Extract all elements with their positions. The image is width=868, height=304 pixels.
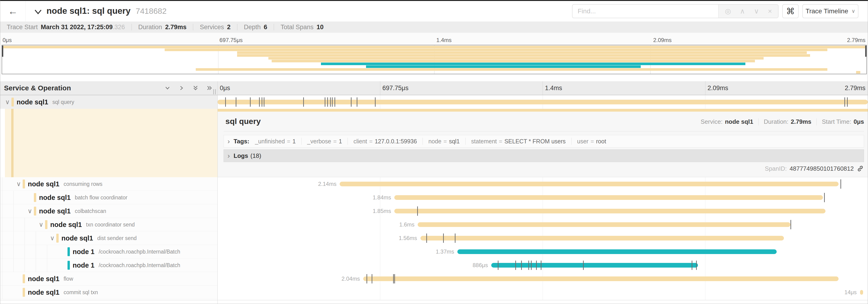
span-bar-row[interactable] bbox=[217, 95, 868, 109]
indent-guide bbox=[2, 272, 2, 285]
tree-row[interactable]: node sql1batch flow coordinator bbox=[0, 191, 217, 204]
log-tick bbox=[531, 261, 532, 270]
span-bar-row[interactable]: 1.84ms bbox=[217, 191, 868, 204]
tags-row[interactable]: › Tags: _unfinished=1_verbose=1client=12… bbox=[223, 135, 864, 147]
chevron-down-icon[interactable]: ∨ bbox=[4, 95, 11, 109]
indent-guide bbox=[2, 231, 2, 245]
log-tick bbox=[303, 97, 304, 107]
chevron-right-icon[interactable] bbox=[178, 84, 185, 92]
logs-count: (18) bbox=[250, 152, 261, 160]
span-bar[interactable] bbox=[340, 182, 838, 186]
tree-row[interactable]: ∨node sql1txn coordinator send bbox=[0, 218, 217, 231]
minimap-span-bar bbox=[237, 52, 807, 54]
meta-value: 10 bbox=[316, 24, 323, 31]
panel-resize-grip[interactable] bbox=[213, 89, 216, 94]
log-tick bbox=[351, 97, 351, 107]
find-input[interactable] bbox=[572, 5, 718, 18]
span-bar-row[interactable]: 886μs bbox=[217, 259, 868, 272]
span-color-bar bbox=[67, 261, 70, 270]
panel-divider[interactable] bbox=[217, 81, 218, 304]
tree-controls bbox=[164, 81, 213, 95]
minimap-left-handle[interactable] bbox=[2, 45, 3, 57]
tree-row[interactable]: ∨node sql1colbatchscan bbox=[0, 204, 217, 218]
log-tick bbox=[264, 97, 265, 107]
ruler-tick-label: 2.09ms bbox=[708, 85, 728, 92]
tree-row[interactable]: node 1/cockroach.roachpb.Internal/Batch bbox=[0, 245, 217, 259]
view-selector-button[interactable]: Trace Timeline∨ bbox=[802, 4, 859, 18]
prev-match-icon[interactable]: ∧ bbox=[740, 8, 745, 15]
logs-label: Logs bbox=[234, 152, 248, 160]
span-bar-row[interactable]: 14μs bbox=[217, 285, 868, 299]
span-bar[interactable] bbox=[394, 209, 826, 213]
tree-row[interactable]: node sql1flow bbox=[0, 272, 217, 285]
span-duration-label: 2.04ms bbox=[341, 272, 360, 285]
keyboard-shortcuts-button[interactable]: ⌘ bbox=[782, 4, 799, 18]
span-bar[interactable] bbox=[491, 263, 698, 268]
span-detail-info: Service:node sql1 Duration:2.79ms Start … bbox=[701, 118, 864, 125]
chevron-down-icon[interactable]: ∨ bbox=[15, 177, 22, 191]
span-bar-row[interactable]: 1.56ms bbox=[217, 231, 868, 245]
timeline-ruler: 0μs697.75μs1.4ms2.09ms2.79ms bbox=[217, 81, 868, 95]
span-bar[interactable] bbox=[457, 249, 777, 254]
span-bar-row[interactable]: 1.85ms bbox=[217, 204, 868, 218]
span-bar-row[interactable]: 1.37ms bbox=[217, 245, 868, 259]
tree-row[interactable]: ∨node sql1sql query bbox=[0, 95, 217, 109]
ruler-line bbox=[705, 81, 706, 95]
log-tick bbox=[325, 97, 326, 107]
tag-separator bbox=[465, 138, 466, 145]
meta-label: Services bbox=[200, 24, 224, 31]
arrow-left-icon: ← bbox=[8, 6, 18, 17]
next-match-icon[interactable]: ∨ bbox=[754, 8, 759, 15]
log-tick bbox=[259, 97, 260, 107]
chevron-down-icon[interactable]: ∨ bbox=[49, 231, 56, 245]
back-button[interactable]: ← bbox=[0, 1, 26, 22]
double-chevron-right-icon[interactable] bbox=[206, 84, 213, 92]
indent-guide bbox=[47, 259, 47, 272]
double-chevron-down-icon[interactable] bbox=[192, 84, 199, 92]
span-operation-name: colbatchscan bbox=[75, 208, 106, 214]
span-bar[interactable] bbox=[421, 236, 784, 240]
chevron-down-icon[interactable]: ∨ bbox=[26, 204, 33, 218]
locate-icon[interactable]: ◎ bbox=[725, 8, 731, 15]
log-tick bbox=[528, 261, 529, 270]
tags-label: Tags: bbox=[234, 138, 249, 145]
log-tick bbox=[455, 234, 456, 243]
tree-row[interactable]: ∨node sql1consuming rows bbox=[0, 177, 217, 191]
span-bar-row[interactable]: 1.6ms bbox=[217, 218, 868, 231]
start-time-value: 0μs bbox=[854, 118, 864, 125]
minimap-viewport[interactable] bbox=[2, 45, 867, 74]
span-color-bar bbox=[34, 193, 36, 202]
span-service-name: node sql1commit sql txn bbox=[28, 285, 98, 299]
chevron-down-icon[interactable] bbox=[164, 84, 171, 92]
minimap-right-handle[interactable] bbox=[865, 45, 867, 57]
span-duration-label: 1.85ms bbox=[373, 204, 391, 218]
collapse-trace-chevron[interactable] bbox=[33, 7, 43, 17]
logs-row[interactable]: › Logs (18) bbox=[223, 149, 864, 162]
span-bar[interactable] bbox=[394, 195, 823, 200]
trace-meta-bar: Trace StartMarch 31 2022, 17:25:09.326Du… bbox=[0, 22, 868, 33]
span-bar[interactable] bbox=[860, 290, 863, 295]
span-bar[interactable] bbox=[363, 276, 839, 281]
service-value: node sql1 bbox=[725, 118, 753, 125]
span-bar-row[interactable]: 2.14ms bbox=[217, 177, 868, 191]
chevron-down-icon[interactable]: ∨ bbox=[38, 218, 44, 231]
log-tick bbox=[844, 97, 845, 107]
span-bar[interactable] bbox=[417, 222, 790, 227]
minimap-span-bar bbox=[2, 46, 866, 48]
log-tick bbox=[332, 97, 333, 107]
log-tick bbox=[840, 179, 841, 189]
clear-search-icon[interactable]: × bbox=[768, 8, 772, 15]
log-tick bbox=[426, 234, 427, 243]
tree-row[interactable]: ∨node sql1dist sender send bbox=[0, 231, 217, 245]
tree-row[interactable]: node 1/cockroach.roachpb.Internal/Batch bbox=[0, 259, 217, 272]
span-color-bar bbox=[23, 288, 25, 297]
span-service-name: node sql1flow bbox=[28, 272, 73, 285]
span-bar[interactable] bbox=[217, 100, 868, 104]
link-icon[interactable] bbox=[857, 165, 864, 172]
span-accent-bar bbox=[217, 109, 868, 112]
span-bar-row[interactable]: 2.04ms bbox=[217, 272, 868, 285]
ruler-line bbox=[542, 81, 543, 95]
ruler-tick-label: 2.09ms bbox=[653, 37, 672, 43]
tree-row[interactable]: node sql1commit sql txn bbox=[0, 285, 217, 299]
tag-item: statement=SELECT * FROM users bbox=[471, 138, 566, 145]
